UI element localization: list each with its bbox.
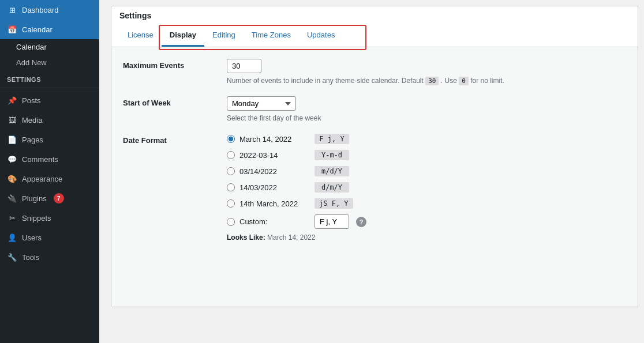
maximum-events-row: Maximum Events Number of events to inclu… — [123, 59, 626, 85]
date-format-text-4: 14/03/2022 — [239, 183, 277, 192]
start-of-week-row: Start of Week Sunday Monday Tuesday Wedn… — [123, 96, 626, 122]
sidebar: ⊞ Dashboard 📅 Calendar Calendar Add New … — [0, 0, 99, 343]
sidebar-item-tools[interactable]: 🔧 Tools — [0, 247, 99, 267]
date-format-text-3: 03/14/2022 — [239, 167, 277, 176]
tabs-container: License Display Editing Time Zones Updat… — [119, 26, 630, 47]
tab-editing[interactable]: Editing — [204, 26, 244, 47]
date-format-option-1: March 14, 2022 F j, Y — [227, 134, 626, 144]
date-format-label-2[interactable]: 2022-03-14 — [227, 151, 308, 160]
sidebar-settings-section: Settings — [0, 70, 99, 85]
date-format-radio-4[interactable] — [227, 183, 235, 191]
date-format-label-5[interactable]: 14th March, 2022 — [227, 199, 308, 208]
sidebar-item-add-new[interactable]: Add New — [0, 55, 99, 70]
date-format-code-3: m/d/Y — [314, 166, 349, 176]
sidebar-item-snippets[interactable]: ✂ Snippets — [0, 208, 99, 228]
default-value-badge: 30 — [425, 77, 439, 85]
sidebar-item-posts-label: Posts — [22, 96, 41, 105]
maximum-events-description: Number of events to include in any theme… — [227, 77, 626, 85]
date-format-radio-3[interactable] — [227, 167, 235, 175]
sidebar-item-dashboard[interactable]: ⊞ Dashboard — [0, 0, 99, 20]
sidebar-item-calendar-label: Calendar — [22, 25, 53, 34]
date-format-option-6: Custom: ? — [227, 214, 626, 229]
date-format-radio-1[interactable] — [227, 135, 235, 143]
looks-like-label: Looks Like: — [227, 233, 265, 242]
start-of-week-control: Sunday Monday Tuesday Wednesday Thursday… — [227, 96, 626, 122]
date-format-code-1: F j, Y — [314, 134, 349, 144]
settings-section-label: Settings — [7, 76, 41, 83]
calendar-icon: 📅 — [7, 24, 17, 35]
settings-panel: Settings License Display Editing Time Zo… — [111, 6, 638, 307]
date-format-code-2: Y-m-d — [314, 150, 349, 160]
looks-like: Looks Like: March 14, 2022 — [227, 233, 626, 242]
sidebar-item-snippets-label: Snippets — [22, 214, 51, 223]
sidebar-item-appearance-label: Appearance — [22, 175, 62, 183]
date-format-option-3: 03/14/2022 m/d/Y — [227, 166, 626, 176]
date-format-text-2: 2022-03-14 — [239, 151, 278, 160]
date-format-label-1[interactable]: March 14, 2022 — [227, 135, 308, 144]
main-content: Settings License Display Editing Time Zo… — [99, 0, 644, 343]
pages-icon: 📄 — [7, 134, 17, 145]
date-format-row: Date Format March 14, 2022 F j, Y — [123, 134, 626, 242]
date-format-options: March 14, 2022 F j, Y 2022-03-14 Y-m-d — [227, 134, 626, 229]
date-format-control: March 14, 2022 F j, Y 2022-03-14 Y-m-d — [227, 134, 626, 242]
maximum-events-input[interactable] — [227, 59, 261, 73]
date-format-label-4[interactable]: 14/03/2022 — [227, 183, 308, 192]
sidebar-item-pages-label: Pages — [22, 135, 43, 144]
sidebar-item-calendar-sub[interactable]: Calendar — [0, 39, 99, 55]
tab-content-display: Maximum Events Number of events to inclu… — [111, 47, 638, 307]
dashboard-icon: ⊞ — [7, 5, 17, 15]
sidebar-item-pages[interactable]: 📄 Pages — [0, 130, 99, 149]
looks-like-value: March 14, 2022 — [267, 233, 315, 242]
tools-icon: 🔧 — [7, 252, 17, 262]
date-format-label-6[interactable]: Custom: — [227, 217, 308, 226]
sidebar-item-users[interactable]: 👤 Users — [0, 228, 99, 247]
comments-icon: 💬 — [7, 154, 17, 164]
date-format-text-6: Custom: — [239, 217, 267, 226]
sidebar-item-plugins[interactable]: 🔌 Plugins 7 — [0, 189, 99, 208]
start-of-week-description: Select the first day of the week — [227, 114, 626, 122]
sidebar-item-dashboard-label: Dashboard — [22, 6, 59, 14]
sidebar-item-comments-label: Comments — [22, 155, 58, 164]
zero-value-badge: 0 — [459, 77, 469, 85]
date-format-radio-6[interactable] — [227, 218, 235, 226]
sidebar-item-appearance[interactable]: 🎨 Appearance — [0, 169, 99, 189]
start-of-week-select[interactable]: Sunday Monday Tuesday Wednesday Thursday… — [227, 96, 296, 111]
date-format-option-5: 14th March, 2022 jS F, Y — [227, 198, 626, 209]
tab-timezones[interactable]: Time Zones — [244, 26, 299, 47]
settings-header: Settings License Display Editing Time Zo… — [111, 6, 638, 47]
date-format-radio-5[interactable] — [227, 199, 235, 208]
start-of-week-label: Start of Week — [123, 96, 227, 107]
sidebar-item-users-label: Users — [22, 233, 42, 242]
date-format-code-5: jS F, Y — [314, 198, 353, 209]
settings-title: Settings — [119, 11, 630, 20]
tab-display[interactable]: Display — [162, 26, 204, 47]
tab-updates[interactable]: Updates — [299, 26, 343, 47]
date-format-option-2: 2022-03-14 Y-m-d — [227, 150, 626, 160]
posts-icon: 📌 — [7, 95, 17, 105]
maximum-events-control: Number of events to include in any theme… — [227, 59, 626, 85]
sidebar-item-media[interactable]: 🖼 Media — [0, 110, 99, 130]
date-format-label: Date Format — [123, 134, 227, 145]
sidebar-item-comments[interactable]: 💬 Comments — [0, 149, 99, 169]
media-icon: 🖼 — [7, 115, 17, 125]
date-format-text-5: 14th March, 2022 — [239, 199, 298, 208]
date-format-option-4: 14/03/2022 d/m/Y — [227, 182, 626, 193]
snippets-icon: ✂ — [7, 213, 17, 223]
date-format-text-1: March 14, 2022 — [239, 135, 291, 144]
date-format-radio-2[interactable] — [227, 151, 235, 159]
plugins-icon: 🔌 — [7, 193, 17, 203]
date-format-custom-input[interactable] — [314, 214, 349, 229]
sidebar-item-posts[interactable]: 📌 Posts — [0, 91, 99, 110]
appearance-icon: 🎨 — [7, 174, 17, 184]
tab-license[interactable]: License — [119, 26, 162, 47]
sidebar-item-calendar[interactable]: 📅 Calendar — [0, 20, 99, 39]
sidebar-item-tools-label: Tools — [22, 253, 39, 262]
plugins-badge: 7 — [54, 193, 64, 203]
date-format-label-3[interactable]: 03/14/2022 — [227, 167, 308, 176]
date-format-code-4: d/m/Y — [314, 182, 349, 193]
help-icon[interactable]: ? — [356, 217, 366, 227]
maximum-events-label: Maximum Events — [123, 59, 227, 70]
sidebar-item-media-label: Media — [22, 116, 42, 125]
sidebar-divider-1 — [0, 88, 99, 88]
sidebar-item-plugins-label: Plugins — [22, 194, 47, 203]
